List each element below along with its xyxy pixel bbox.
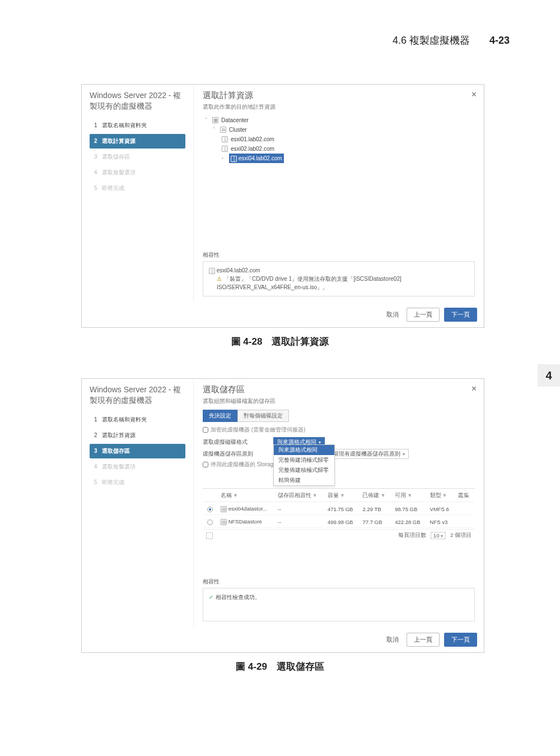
- close-icon[interactable]: ✕: [471, 90, 477, 99]
- step-1[interactable]: 1選取名稱和資料夾: [90, 118, 185, 133]
- chevron-right-icon: ›: [222, 154, 226, 163]
- tab-batch[interactable]: 先決設定: [203, 410, 237, 422]
- panel-heading: 選取儲存區: [203, 384, 475, 395]
- disk-format-option[interactable]: 完整佈建消極式歸零: [274, 455, 334, 465]
- header-title: 4.6 複製虛擬機器: [393, 35, 470, 46]
- policy-label: 虛擬機器儲存區原則: [203, 450, 270, 458]
- warning-icon: ⚠: [217, 276, 222, 282]
- host-icon: [222, 146, 228, 152]
- filter-icon: ▼: [340, 493, 345, 498]
- col-capacity[interactable]: 容量▼: [324, 490, 358, 502]
- back-button[interactable]: 上一頁: [407, 633, 440, 647]
- panel-subtitle: 選取此作業的目的地計算資源: [203, 103, 475, 111]
- filter-icon: ▼: [442, 493, 447, 498]
- policy-select[interactable]: 保留現有虛擬機器儲存區原則▾: [324, 449, 409, 459]
- chevron-down-icon: ▾: [441, 534, 443, 539]
- step-5: 5即將完成: [90, 181, 185, 196]
- figure-caption-1: 圖 4-28 選取計算資源: [0, 335, 560, 348]
- row-radio[interactable]: [207, 507, 213, 512]
- filter-icon: ▼: [407, 493, 412, 498]
- step-2[interactable]: 2選取計算資源: [90, 134, 185, 149]
- wizard-title: Windows Server 2022 - 複製現有的虛擬機器: [90, 90, 185, 112]
- filter-icon: ▼: [233, 493, 238, 498]
- back-button[interactable]: 上一頁: [407, 308, 440, 322]
- pager-total: 2 個項目: [450, 532, 472, 539]
- cancel-button[interactable]: 取消: [386, 636, 399, 644]
- compat-box: ✓相容性檢查成功。: [203, 588, 475, 622]
- step-4: 4選取複製選項: [90, 165, 185, 180]
- resource-tree: ˅Datacenter ˅⧉Cluster esxi01.lab02.com e…: [205, 115, 475, 163]
- page-size-select[interactable]: 10 ▾: [431, 532, 446, 539]
- disk-format-option[interactable]: 精簡佈建: [274, 475, 334, 485]
- host-icon: [222, 136, 228, 142]
- pager-label: 每頁項目數: [398, 532, 426, 539]
- tree-datacenter[interactable]: ˅Datacenter: [205, 115, 475, 125]
- check-icon: ✓: [209, 594, 213, 600]
- compat-label: 相容性: [203, 578, 475, 586]
- compat-box: esxi04.lab02.com ⚠「裝置」「CD/DVD drive 1」使用…: [203, 261, 475, 296]
- host-icon: [209, 268, 215, 274]
- wizard-footer: 取消 上一頁 下一頁: [82, 627, 484, 652]
- tree-host-1[interactable]: esxi01.lab02.com: [222, 134, 475, 144]
- chevron-down-icon: ▾: [403, 452, 405, 457]
- table-header-row: 名稱▼ 儲存區相容性▼ 容量▼ 已佈建▼ 可用▼ 類型▼ 叢集: [204, 490, 474, 502]
- panel-subtitle: 選取組態和磁碟檔案的儲存區: [203, 397, 475, 405]
- table-row[interactable]: ▤ NFSDatastore -- 499.98 GB 77.7 GB 422.…: [204, 516, 474, 528]
- table-row[interactable]: ▤ esxi04datastor... -- 471.75 GB 2.29 TB…: [204, 503, 474, 515]
- tree-host-3-selected[interactable]: › esxi04.lab02.com: [222, 154, 475, 163]
- screenshot-select-compute: Windows Server 2022 - 複製現有的虛擬機器 1選取名稱和資料…: [81, 84, 484, 328]
- step-3[interactable]: 3選取儲存區: [90, 444, 185, 458]
- encrypt-checkbox[interactable]: [203, 427, 208, 433]
- step-5: 5即將完成: [90, 475, 185, 490]
- disk-format-option[interactable]: 完整佈建積極式歸零: [274, 465, 334, 475]
- col-name[interactable]: 名稱▼: [217, 490, 273, 502]
- col-cluster[interactable]: 叢集: [455, 490, 474, 502]
- filter-icon: ▼: [380, 493, 385, 498]
- host-icon: [231, 156, 237, 162]
- step-2[interactable]: 2選取計算資源: [90, 428, 185, 443]
- disk-format-menu: 與來源格式相同 完整佈建消極式歸零 完整佈建積極式歸零 精簡佈建: [273, 444, 335, 486]
- col-type[interactable]: 類型▼: [427, 490, 454, 502]
- cancel-button[interactable]: 取消: [386, 310, 399, 319]
- next-button[interactable]: 下一頁: [444, 308, 477, 322]
- wizard-content: ✕ 選取儲存區 選取組態和磁碟檔案的儲存區 先決設定 對每個磁碟設定 加密此虛擬…: [194, 379, 484, 627]
- page-number: 4-23: [489, 35, 510, 46]
- table-pager: 每頁項目數 10 ▾ 2 個項目: [203, 529, 475, 541]
- col-free[interactable]: 可用▼: [391, 490, 425, 502]
- filter-icon: ▼: [312, 493, 318, 498]
- tab-perdisk[interactable]: 對每個磁碟設定: [237, 410, 289, 422]
- wizard-sidebar: Windows Server 2022 - 複製現有的虛擬機器 1選取名稱和資料…: [82, 85, 194, 302]
- disk-format-option[interactable]: 與來源格式相同: [274, 445, 334, 455]
- panel-heading: 選取計算資源: [203, 90, 475, 101]
- step-1[interactable]: 1選取名稱和資料夾: [90, 412, 185, 427]
- tree-host-2[interactable]: esxi02.lab02.com: [222, 144, 475, 154]
- row-radio[interactable]: [207, 520, 213, 525]
- page-header: 4.6 複製虛擬機器 4-23: [393, 34, 510, 47]
- step-4: 4選取複製選項: [90, 460, 185, 474]
- close-icon[interactable]: ✕: [471, 384, 477, 393]
- datastore-table: 名稱▼ 儲存區相容性▼ 容量▼ 已佈建▼ 可用▼ 類型▼ 叢集 ▤ esxi04…: [203, 488, 475, 529]
- drs-checkbox[interactable]: [203, 462, 208, 467]
- next-button[interactable]: 下一頁: [444, 633, 477, 647]
- col-prov[interactable]: 已佈建▼: [359, 490, 390, 502]
- wizard-content: ✕ 選取計算資源 選取此作業的目的地計算資源 ˅Datacenter ˅⧉Clu…: [194, 85, 484, 302]
- chevron-down-icon: ˅: [213, 126, 217, 134]
- step-3: 3選取儲存區: [90, 150, 185, 164]
- disk-format-label: 選取虛擬磁碟格式: [203, 438, 270, 446]
- tree-cluster[interactable]: ˅⧉Cluster: [213, 125, 475, 134]
- chapter-tab: 4: [538, 364, 560, 387]
- datacenter-icon: [212, 117, 218, 123]
- col-compat[interactable]: 儲存區相容性▼: [274, 490, 323, 502]
- wizard-footer: 取消 上一頁 下一頁: [82, 302, 484, 327]
- compat-label: 相容性: [203, 251, 475, 259]
- datastore-icon: ▤: [221, 506, 227, 512]
- wizard-sidebar: Windows Server 2022 - 複製現有的虛擬機器 1選取名稱和資料…: [82, 379, 194, 627]
- datastore-icon: ▤: [221, 519, 227, 525]
- manage-columns-icon[interactable]: [206, 532, 213, 539]
- chevron-down-icon: ˅: [205, 116, 209, 124]
- wizard-title: Windows Server 2022 - 複製現有的虛擬機器: [90, 384, 185, 406]
- storage-tabs: 先決設定 對每個磁碟設定: [203, 410, 475, 422]
- encrypt-label: 加密此虛擬機器 (需要金鑰管理伺服器): [211, 426, 305, 434]
- figure-caption-2: 圖 4-29 選取儲存區: [0, 660, 560, 673]
- cluster-icon: ⧉: [220, 127, 226, 133]
